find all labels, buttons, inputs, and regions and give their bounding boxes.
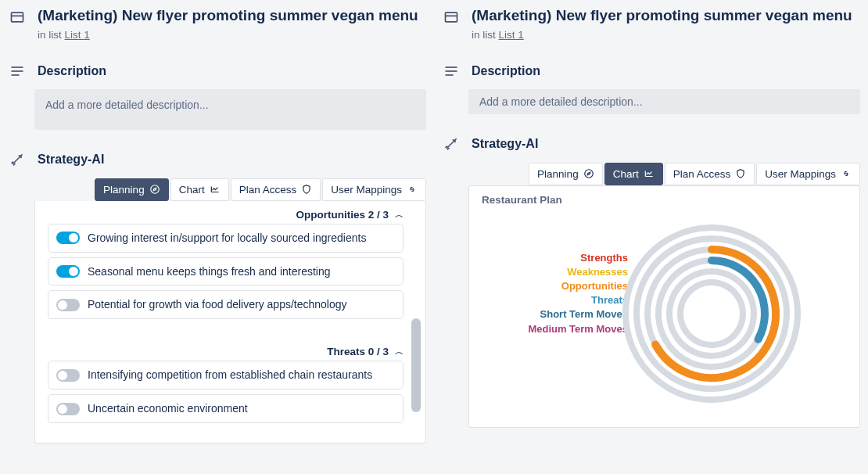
tab-user-mappings[interactable]: User Mappings — [756, 163, 860, 185]
chart-line-icon — [210, 184, 221, 195]
list-item: Intensifying competition from establishe… — [48, 361, 404, 390]
item-text: Seasonal menu keeps things fresh and int… — [88, 264, 331, 279]
svg-point-5 — [150, 185, 159, 194]
description-input[interactable]: Add a more detailed description... — [34, 89, 426, 130]
scrollbar-thumb[interactable] — [411, 318, 421, 412]
svg-rect-0 — [12, 13, 23, 22]
item-text: Intensifying competition from establishe… — [88, 368, 372, 382]
strategy-tabs: Planning Chart Plan Access User Mappings — [468, 163, 860, 185]
radial-chart — [610, 212, 813, 415]
svg-rect-6 — [446, 13, 457, 22]
description-icon — [442, 65, 461, 77]
link-icon — [841, 168, 852, 179]
chart-body: Restaurant Plan StrengthsWeaknessesOppor… — [468, 185, 860, 428]
description-heading: Description — [472, 64, 540, 78]
card-title: (Marketing) New flyer promoting summer v… — [38, 6, 418, 26]
tab-user-mappings-label: User Mappings — [765, 168, 836, 180]
tab-chart-label: Chart — [613, 168, 639, 180]
opportunities-label: Opportunities 2 / 3 — [296, 209, 389, 221]
tab-user-mappings-label: User Mappings — [331, 184, 402, 196]
shield-icon — [301, 184, 312, 195]
description-icon — [8, 65, 27, 77]
tab-chart-label: Chart — [179, 184, 205, 196]
description-input[interactable]: Add a more detailed description... — [468, 89, 860, 114]
tab-planning[interactable]: Planning — [529, 163, 603, 185]
tab-plan-access[interactable]: Plan Access — [665, 163, 755, 185]
shield-icon — [735, 168, 746, 179]
strategy-heading: Strategy-AI — [38, 153, 104, 167]
strategy-heading: Strategy-AI — [472, 137, 538, 151]
tab-planning-label: Planning — [537, 168, 579, 180]
list-item: Seasonal menu keeps things fresh and int… — [48, 257, 404, 286]
list-link[interactable]: List 1 — [499, 29, 524, 41]
strategy-icon — [8, 152, 27, 167]
tab-plan-access[interactable]: Plan Access — [231, 178, 321, 201]
card-title: (Marketing) New flyer promoting summer v… — [472, 6, 852, 26]
collapse-icon[interactable]: ︿ — [395, 209, 404, 221]
tab-planning-label: Planning — [103, 184, 145, 196]
toggle[interactable] — [56, 403, 80, 415]
threats-label: Threats 0 / 3 — [327, 346, 389, 357]
compass-icon — [149, 184, 160, 195]
collapse-icon[interactable]: ︿ — [395, 346, 404, 357]
tab-plan-access-label: Plan Access — [673, 168, 731, 180]
card-icon — [442, 9, 461, 25]
list-item: Potential for growth via food delivery a… — [48, 290, 404, 319]
toggle[interactable] — [56, 369, 80, 382]
link-icon — [407, 184, 418, 195]
list-link[interactable]: List 1 — [65, 29, 90, 41]
compass-icon — [583, 168, 594, 179]
tab-chart[interactable]: Chart — [604, 163, 663, 185]
tab-user-mappings[interactable]: User Mappings — [322, 178, 426, 201]
item-text: Growing interest in/support for locally … — [88, 231, 366, 246]
tab-plan-access-label: Plan Access — [239, 184, 297, 196]
toggle[interactable] — [56, 299, 80, 311]
planning-body: Opportunities 2 / 3 ︿ Growing interest i… — [34, 201, 426, 443]
tab-planning[interactable]: Planning — [95, 178, 169, 201]
strategy-icon — [442, 136, 461, 152]
description-heading: Description — [38, 64, 106, 78]
toggle[interactable] — [56, 232, 80, 244]
item-text: Potential for growth via food delivery a… — [88, 297, 347, 312]
card-icon — [8, 9, 27, 25]
chart-line-icon — [644, 168, 655, 179]
in-list-text: in list List 1 — [472, 29, 852, 41]
strategy-tabs: Planning Chart Plan Access User Mappings — [34, 178, 426, 201]
tab-chart[interactable]: Chart — [170, 178, 229, 201]
toggle[interactable] — [56, 265, 80, 278]
svg-point-11 — [584, 170, 593, 178]
list-item: Growing interest in/support for locally … — [48, 224, 404, 253]
chart-title: Restaurant Plan — [482, 194, 847, 206]
in-list-text: in list List 1 — [38, 29, 418, 41]
item-text: Uncertain economic environment — [88, 401, 248, 416]
list-item: Uncertain economic environment — [48, 394, 404, 423]
